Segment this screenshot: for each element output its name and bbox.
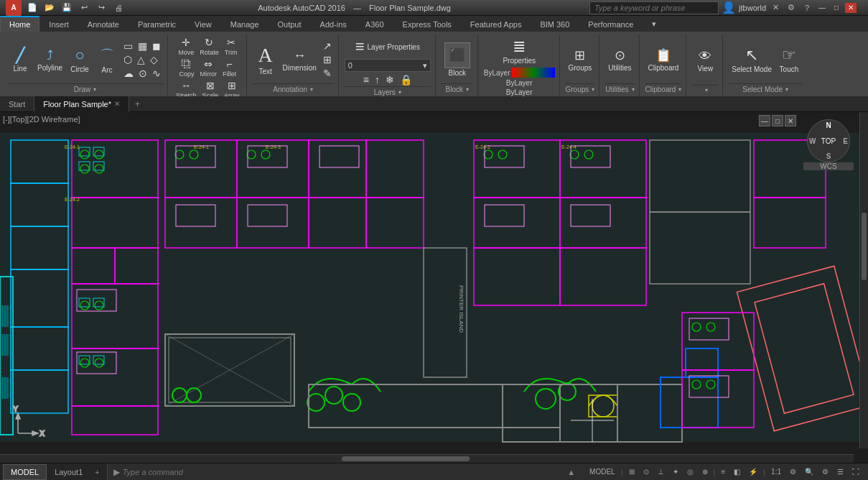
layer-lock[interactable]: 🔒	[398, 73, 414, 86]
tab-featured[interactable]: Featured Apps	[461, 16, 531, 32]
tool-fillet[interactable]: ⌐Fillet	[220, 57, 238, 78]
model-space-indicator[interactable]: MODEL	[587, 467, 618, 476]
otrack-btn[interactable]: ⊕	[699, 467, 711, 476]
transparency-btn[interactable]: ◧	[731, 467, 743, 476]
tool-mleader[interactable]: ↗	[321, 40, 334, 52]
group-annotation-label[interactable]: Annotation ▾	[253, 83, 334, 95]
redo-btn[interactable]: ↪	[95, 1, 108, 14]
tab-parametric[interactable]: Parametric	[129, 16, 185, 32]
new-btn[interactable]: 📄	[26, 1, 39, 14]
qprops-btn[interactable]: ⚡	[746, 467, 760, 476]
minimize-btn[interactable]: —	[816, 3, 828, 13]
ortho-btn[interactable]: ⊥	[655, 467, 667, 476]
color-swatch[interactable]	[512, 68, 555, 78]
doc-tab-add-btn[interactable]: +	[129, 97, 146, 111]
tool-block[interactable]: ⬛ Block	[442, 41, 473, 78]
tool-markup[interactable]: ✎	[321, 67, 334, 80]
open-btn[interactable]: 📂	[43, 1, 56, 14]
toolbar-options-btn[interactable]: ☰	[834, 467, 846, 476]
cmd-scroll-up[interactable]: ▲	[567, 468, 575, 476]
tool-rotate[interactable]: ↻Rotate	[197, 36, 221, 57]
group-groups-label[interactable]: Groups ▾	[566, 83, 595, 95]
fullscreen-btn[interactable]: ⛶	[849, 467, 862, 476]
group-clipboard-label[interactable]: Clipboard ▾	[645, 83, 682, 95]
layer-dropdown[interactable]: 0 ▾	[345, 59, 431, 72]
lineweight-toggle[interactable]: ≡	[718, 467, 728, 476]
tool-rect[interactable]: ▭	[121, 40, 135, 52]
tab-addins[interactable]: Add-ins	[311, 16, 356, 32]
tool-boundary[interactable]: ⬡	[121, 53, 134, 66]
tool-hatch[interactable]: ▦	[136, 40, 149, 52]
tool-wipeout[interactable]: ◇	[148, 53, 160, 66]
canvas-close-btn[interactable]: ✕	[785, 115, 796, 126]
tool-utilities[interactable]: ⊙ Utilities	[605, 46, 634, 73]
command-input[interactable]	[123, 468, 565, 476]
tool-polyline[interactable]: ⤴ Polyline	[34, 47, 65, 73]
scale-display[interactable]: 1:1	[768, 467, 784, 476]
tool-gradient[interactable]: ◼	[150, 40, 163, 52]
tab-performance[interactable]: Performance	[579, 16, 643, 32]
group-view-label[interactable]: ▾	[692, 85, 718, 95]
hscroll-thumb[interactable]	[342, 456, 470, 461]
tool-spline[interactable]: ∿	[150, 67, 163, 80]
tab-output[interactable]: Output	[269, 16, 311, 32]
tool-groups[interactable]: ⊞ Groups	[566, 46, 595, 73]
group-utilities-label[interactable]: Utilities ▾	[605, 83, 634, 95]
snap-btn[interactable]: ⊙	[640, 467, 652, 476]
tab-annotate[interactable]: Annotate	[78, 16, 129, 32]
tab-more[interactable]: ▾	[643, 16, 666, 32]
tool-clipboard[interactable]: 📋 Clipboard	[645, 46, 682, 73]
tool-circle[interactable]: ○ Circle	[67, 45, 93, 75]
tab-manage[interactable]: Manage	[221, 16, 269, 32]
undo-btn[interactable]: ↩	[78, 1, 90, 14]
polar-btn[interactable]: ✦	[670, 467, 681, 476]
tool-select-mode[interactable]: ↖ Select Mode	[729, 45, 775, 75]
layer-freeze[interactable]: ❄	[383, 73, 396, 86]
tab-home[interactable]: Home	[0, 16, 39, 32]
options-btn[interactable]: ⚙	[785, 1, 798, 14]
tool-mirror[interactable]: ⇔Mirror	[198, 57, 220, 78]
tool-table[interactable]: ⊞	[321, 53, 334, 66]
tool-touch[interactable]: ☞ Touch	[776, 45, 802, 75]
doc-tab-close-btn[interactable]: ✕	[114, 100, 120, 108]
vscroll-thumb[interactable]	[862, 213, 867, 280]
horizontal-scrollbar[interactable]	[0, 454, 854, 463]
tool-donut[interactable]: ⊙	[136, 67, 149, 80]
tool-properties[interactable]: ≣ Properties	[500, 36, 538, 66]
tab-layout1[interactable]: Layout1	[47, 464, 90, 480]
layer-match[interactable]: ≡	[361, 73, 371, 86]
canvas-minimize-btn[interactable]: —	[759, 115, 770, 126]
canvas-area[interactable]: PRINTER ISLAND	[0, 112, 868, 463]
tab-insert[interactable]: Insert	[39, 16, 78, 32]
tool-view[interactable]: 👁 View	[692, 47, 718, 74]
tab-model[interactable]: MODEL	[3, 464, 47, 480]
anno-scale-btn[interactable]: 🔍	[802, 467, 816, 476]
group-select-label[interactable]: Select Mode ▾	[729, 83, 802, 95]
layer-current[interactable]: ↑	[373, 73, 382, 86]
plot-btn[interactable]: 🖨	[112, 1, 125, 14]
workspace-btn[interactable]: ⚙	[819, 467, 831, 476]
tab-a360[interactable]: A360	[356, 16, 393, 32]
tool-trim[interactable]: ✂Trim	[223, 36, 240, 57]
tab-express[interactable]: Express Tools	[393, 16, 461, 32]
osnap-btn[interactable]: ◎	[684, 467, 696, 476]
doc-tab-start[interactable]: Start	[0, 96, 34, 112]
maximize-btn[interactable]: □	[831, 3, 842, 13]
canvas-restore-btn[interactable]: □	[772, 115, 783, 126]
search-input[interactable]	[589, 1, 719, 14]
tool-region[interactable]: △	[135, 53, 147, 66]
tool-layer-properties[interactable]: ≡ Layer Properties	[354, 36, 421, 57]
tool-revision[interactable]: ☁	[121, 67, 136, 80]
doc-tab-floorplan[interactable]: Floor Plan Sample* ✕	[34, 96, 129, 112]
save-btn[interactable]: 💾	[60, 1, 73, 14]
tool-line[interactable]: ╱ Line	[7, 45, 33, 74]
tool-copy[interactable]: ⿻Copy	[177, 57, 197, 78]
vertical-scrollbar[interactable]	[859, 112, 868, 448]
close-btn[interactable]: ✕	[845, 3, 857, 13]
group-block-label[interactable]: Block ▾	[442, 83, 473, 95]
tab-bim360[interactable]: BIM 360	[531, 16, 579, 32]
tool-dimension[interactable]: ↔ Dimension	[280, 47, 319, 73]
tool-move[interactable]: ✛Move	[176, 36, 196, 57]
tool-text[interactable]: A Text	[253, 42, 279, 77]
tab-add-layout-btn[interactable]: +	[90, 466, 103, 478]
